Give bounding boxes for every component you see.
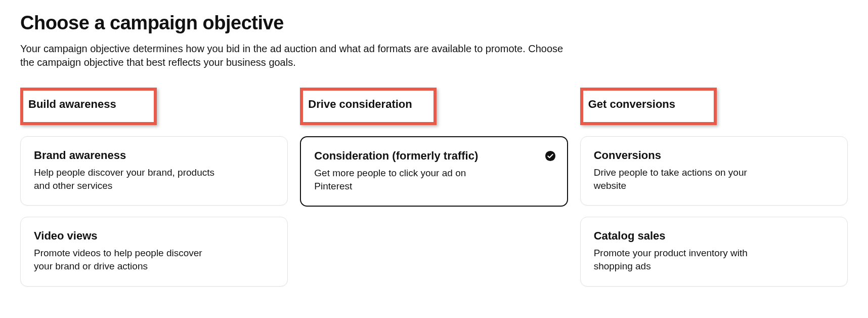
option-desc: Promote your product inventory with shop… [594, 247, 776, 272]
option-desc: Drive people to take actions on your web… [594, 166, 776, 192]
option-desc: Promote videos to help people discover y… [34, 247, 216, 272]
option-catalog-sales[interactable]: Catalog sales Promote your product inven… [580, 217, 848, 286]
column-get-conversions: Get conversions Conversions Drive people… [580, 88, 848, 298]
selected-check-icon [545, 150, 556, 162]
option-title: Brand awareness [34, 149, 274, 162]
option-title: Video views [34, 229, 274, 243]
column-heading-highlight: Get conversions [580, 88, 717, 125]
column-heading: Drive consideration [308, 98, 420, 111]
option-video-views[interactable]: Video views Promote videos to help peopl… [20, 217, 288, 286]
objective-columns: Build awareness Brand awareness Help peo… [20, 88, 848, 298]
column-heading: Get conversions [588, 98, 701, 111]
page-description: Your campaign objective determines how y… [20, 42, 577, 69]
page-title: Choose a campaign objective [20, 12, 848, 34]
option-consideration[interactable]: Consideration (formerly traffic) Get mor… [300, 136, 568, 207]
option-desc: Help people discover your brand, product… [34, 166, 216, 192]
option-title: Consideration (formerly traffic) [314, 149, 553, 163]
column-build-awareness: Build awareness Brand awareness Help peo… [20, 88, 288, 298]
option-conversions[interactable]: Conversions Drive people to take actions… [580, 136, 848, 206]
column-drive-consideration: Drive consideration Consideration (forme… [300, 88, 568, 298]
column-heading-highlight: Build awareness [20, 88, 157, 125]
option-brand-awareness[interactable]: Brand awareness Help people discover you… [20, 136, 288, 206]
option-desc: Get more people to click your ad on Pint… [314, 167, 496, 192]
option-title: Catalog sales [594, 229, 834, 243]
column-heading-highlight: Drive consideration [300, 88, 437, 125]
column-heading: Build awareness [28, 98, 141, 111]
option-title: Conversions [594, 149, 834, 162]
svg-point-0 [545, 151, 555, 161]
